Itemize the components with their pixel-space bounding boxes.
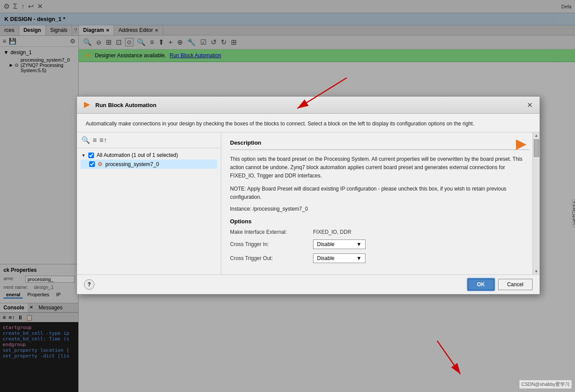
options-title: Options — [230, 218, 529, 225]
description-body: This option sets the board preset on the… — [230, 155, 529, 180]
modal-content: 🔍 ≡ ≡↑ ▼ All Automation (1 out of 1 sele… — [77, 132, 540, 274]
modal-description-text: Automatically make connections in your d… — [77, 114, 540, 132]
modal-footer: ? OK Cancel — [77, 274, 540, 294]
cross-trigger-in-select[interactable]: Disable ▼ — [313, 239, 366, 249]
all-automation-checkbox[interactable] — [88, 153, 94, 158]
modal-list-panel: 🔍 ≡ ≡↑ ▼ All Automation (1 out of 1 sele… — [77, 132, 221, 274]
cross-trigger-out-chevron: ▼ — [356, 255, 362, 261]
make-external-value: FIXED_IO, DDR — [313, 229, 351, 235]
detail-scrollbar[interactable]: ▲ ▼ — [533, 132, 540, 274]
scroll-up-icon[interactable]: ▲ — [534, 133, 538, 138]
svg-marker-0 — [84, 102, 90, 108]
modal-overlay: Run Block Automation ✕ Automatically mak… — [0, 0, 575, 392]
option-cross-trigger-in: Cross Trigger In: Disable ▼ — [230, 239, 529, 249]
list-item-all-automation: ▼ All Automation (1 out of 1 selected) — [80, 151, 217, 160]
list-item-ps7[interactable]: ⚙ processing_system7_0 — [80, 160, 217, 169]
watermark: CSDN@shabby爱学习 — [519, 380, 572, 389]
list-expand-icon[interactable]: ≡ — [93, 136, 97, 144]
option-make-external: Make Interface External: FIXED_IO, DDR — [230, 229, 529, 235]
ok-button[interactable]: OK — [467, 278, 495, 291]
list-search-icon[interactable]: 🔍 — [81, 136, 90, 144]
instance-text: Instance: /processing_system7_0 — [230, 206, 529, 212]
description-title: Description — [230, 139, 529, 146]
modal-list-content: ▼ All Automation (1 out of 1 selected) ⚙… — [77, 148, 221, 274]
ps7-checkbox[interactable] — [89, 161, 95, 167]
note-text: NOTE: Apply Board Preset will discard ex… — [230, 185, 529, 201]
modal-header: Run Block Automation ✕ — [77, 97, 540, 114]
cross-trigger-out-select[interactable]: Disable ▼ — [313, 253, 366, 263]
scroll-down-icon[interactable]: ▼ — [534, 269, 538, 274]
help-button[interactable]: ? — [84, 279, 94, 290]
cross-trigger-out-value: Disable — [317, 255, 335, 261]
ps7-list-label: processing_system7_0 — [105, 161, 159, 167]
vivado-detail-icon — [513, 137, 529, 153]
ps7-icon: ⚙ — [98, 161, 103, 167]
cross-trigger-in-value: Disable — [317, 241, 335, 247]
cross-trigger-out-label: Cross Trigger Out: — [230, 255, 309, 261]
cancel-button[interactable]: Cancel — [498, 279, 533, 290]
expand-arrow[interactable]: ▼ — [81, 153, 86, 158]
make-external-label: Make Interface External: — [230, 229, 309, 235]
vivado-icon — [82, 100, 92, 110]
all-automation-label: All Automation (1 out of 1 selected) — [97, 152, 178, 158]
modal-title: Run Block Automation — [95, 102, 522, 108]
cross-trigger-in-label: Cross Trigger In: — [230, 241, 309, 247]
option-cross-trigger-out: Cross Trigger Out: Disable ▼ — [230, 253, 529, 263]
svg-marker-1 — [516, 139, 526, 150]
list-collapse-icon[interactable]: ≡↑ — [99, 136, 107, 144]
modal-detail-panel: Description This option sets the board p… — [221, 132, 540, 274]
modal-list-toolbar: 🔍 ≡ ≡↑ — [77, 132, 221, 148]
scroll-thumb[interactable] — [534, 139, 539, 157]
run-block-automation-modal: Run Block Automation ✕ Automatically mak… — [77, 96, 540, 295]
modal-body: Automatically make connections in your d… — [77, 114, 540, 294]
description-divider — [230, 149, 529, 150]
modal-close-button[interactable]: ✕ — [525, 101, 534, 109]
cross-trigger-in-chevron: ▼ — [356, 241, 362, 247]
